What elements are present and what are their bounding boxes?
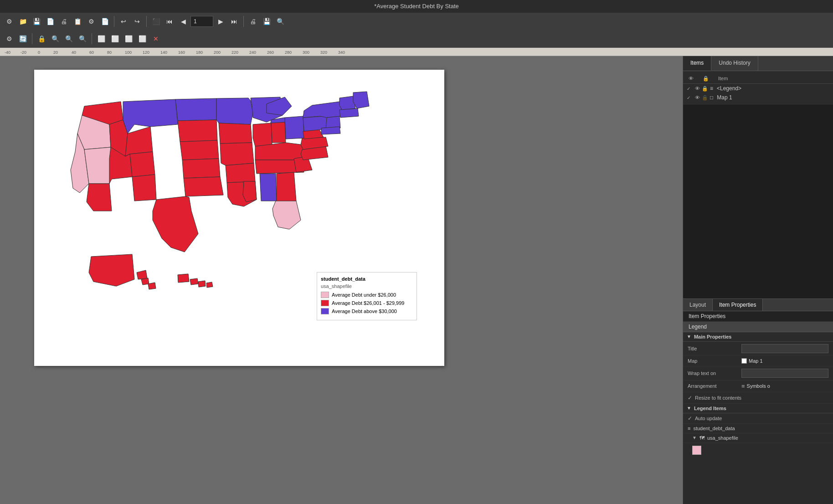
legend-label-1: Average Debt under $26,000 <box>332 292 396 298</box>
tool-redo[interactable]: ↪ <box>131 15 144 28</box>
layer-row-shapefile[interactable]: ▼ 🗺 usa_shapefile <box>683 433 833 443</box>
legend-item-2: Average Debt $26,001 - $29,999 <box>321 300 413 306</box>
layer-row-student-debt[interactable]: ≡ student_debt_data <box>683 424 833 433</box>
wrap-text-label: Wrap text on <box>688 370 738 376</box>
tool-edit[interactable]: ⚙ <box>3 32 15 45</box>
title-input[interactable] <box>741 344 828 353</box>
title-bar: *Average Student Debt By State <box>0 0 833 13</box>
main-props-label: Main Properties <box>694 334 732 339</box>
tool-distribute[interactable]: ⬜ <box>136 32 149 45</box>
tool-lock[interactable]: 🔒 <box>35 32 48 45</box>
svg-marker-50 <box>190 278 198 285</box>
svg-marker-32 <box>277 172 296 202</box>
legend-eye: 👁 <box>695 86 700 91</box>
svg-marker-22 <box>243 181 257 202</box>
tool-open[interactable]: 📁 <box>16 15 29 28</box>
svg-marker-16 <box>153 196 198 252</box>
shapefile-label: usa_shapefile <box>707 435 738 441</box>
svg-marker-29 <box>255 143 304 160</box>
tool-print2[interactable]: 🖨 <box>247 15 259 28</box>
legend-swatch-1 <box>321 292 329 298</box>
color-swatch-preview <box>692 446 701 455</box>
separator-1 <box>114 16 114 27</box>
tab-items[interactable]: Items <box>683 56 711 71</box>
tab-undo-history[interactable]: Undo History <box>711 56 758 71</box>
main-area: student_debt_data usa_shapefile Average … <box>0 56 833 504</box>
svg-marker-13 <box>180 140 219 160</box>
panel-top-tabs: Items Undo History <box>683 56 833 71</box>
tab-layout[interactable]: Layout <box>683 299 713 311</box>
tool-export[interactable]: 📄 <box>98 15 111 28</box>
tool-zoom-in[interactable]: 🔍 <box>49 32 62 45</box>
toolbar-secondary: ⚙ 🔄 🔒 🔍 🔍 🔍 ⬜ ⬜ ⬜ ⬜ ✕ <box>0 30 833 47</box>
legend-shapefile: usa_shapefile <box>321 283 413 289</box>
wrap-text-row: Wrap text on <box>683 366 833 381</box>
main-properties-header[interactable]: ▼ Main Properties <box>683 332 833 342</box>
shapefile-expand-arrow: ▼ <box>692 435 697 440</box>
tool-refresh[interactable]: 🔄 <box>16 32 29 45</box>
tool-first[interactable]: ⏮ <box>163 15 176 28</box>
tool-delete[interactable]: ✕ <box>149 32 162 45</box>
svg-marker-33 <box>273 201 301 229</box>
tool-new[interactable]: 📄 <box>44 15 57 28</box>
arrangement-value-container: ≡ Symbols o <box>741 383 828 390</box>
svg-marker-31 <box>260 174 277 201</box>
items-row-legend[interactable]: ✓ 👁 🔒 ≡ <Legend> <box>683 84 833 93</box>
arrangement-icon: ≡ <box>741 383 745 390</box>
separator-4 <box>32 33 32 44</box>
properties-panel[interactable]: Item Properties Legend ▼ Main Properties… <box>683 311 833 504</box>
page-number-input[interactable] <box>190 16 213 27</box>
svg-marker-5 <box>87 184 112 211</box>
title-prop-row: Title <box>683 342 833 356</box>
usa-map-container: student_debt_data usa_shapefile Average … <box>43 79 435 334</box>
items-spacer <box>683 105 833 298</box>
tool-zoom-out[interactable]: 🔍 <box>62 32 75 45</box>
tool-select-all[interactable]: ⬜ <box>95 32 108 45</box>
title-label: Title <box>688 346 738 351</box>
tool-print[interactable]: 🖨 <box>57 15 70 28</box>
map-value-swatch <box>741 358 747 364</box>
tool-prev[interactable]: ◀ <box>177 15 190 28</box>
svg-marker-19 <box>220 143 254 165</box>
tool-save[interactable]: 💾 <box>30 15 43 28</box>
tool-settings[interactable]: ⚙ <box>85 15 98 28</box>
legend-list-icon: ≡ <box>710 85 713 92</box>
tab-item-properties[interactable]: Item Properties <box>713 299 763 311</box>
tool-search[interactable]: 🔍 <box>274 15 287 28</box>
main-props-arrow: ▼ <box>687 334 691 339</box>
legend-item-3: Average Debt above $30,000 <box>321 308 413 314</box>
tool-group[interactable]: ⬜ <box>108 32 121 45</box>
svg-marker-17 <box>216 98 253 124</box>
legend-item-1: Average Debt under $26,000 <box>321 292 413 298</box>
tool-atlas[interactable]: ⬛ <box>149 15 162 28</box>
legend-data-source: student_debt_data <box>321 276 413 282</box>
tool-zoom-full[interactable]: 🔍 <box>76 32 89 45</box>
tool-last[interactable]: ⏭ <box>228 15 241 28</box>
svg-marker-51 <box>198 281 206 287</box>
separator-2 <box>146 16 147 27</box>
tool-copy[interactable]: 📋 <box>71 15 84 28</box>
legend-check: ✓ <box>687 86 693 91</box>
color-preview-row <box>683 443 833 458</box>
items-row-map[interactable]: ✓ 👁 🔒 □ Map 1 <box>683 93 833 102</box>
legend-items-header[interactable]: ▼ Legend Items <box>683 404 833 413</box>
legend-lock: 🔒 <box>702 86 708 92</box>
tool-align[interactable]: ⬜ <box>122 32 135 45</box>
map-item-label: Map 1 <box>717 94 732 101</box>
tool-export2[interactable]: 💾 <box>260 15 273 28</box>
auto-update-row: ✓ Auto update <box>683 413 833 424</box>
tool-select[interactable]: ⚙ <box>3 15 15 28</box>
svg-marker-11 <box>175 98 216 121</box>
tool-undo[interactable]: ↩ <box>117 15 130 28</box>
arrangement-row: Arrangement ≡ Symbols o <box>683 381 833 392</box>
tool-next[interactable]: ▶ <box>214 15 227 28</box>
svg-marker-20 <box>226 163 255 183</box>
wrap-text-input[interactable] <box>741 369 828 378</box>
secondary-tabs: Layout Item Properties <box>683 298 833 311</box>
legend-items-arrow: ▼ <box>687 406 691 411</box>
canvas-area[interactable]: student_debt_data usa_shapefile Average … <box>0 56 683 504</box>
svg-marker-48 <box>148 283 156 289</box>
separator-3 <box>243 16 244 27</box>
legend-swatch-3 <box>321 308 329 314</box>
arrangement-label: Arrangement <box>688 383 738 389</box>
